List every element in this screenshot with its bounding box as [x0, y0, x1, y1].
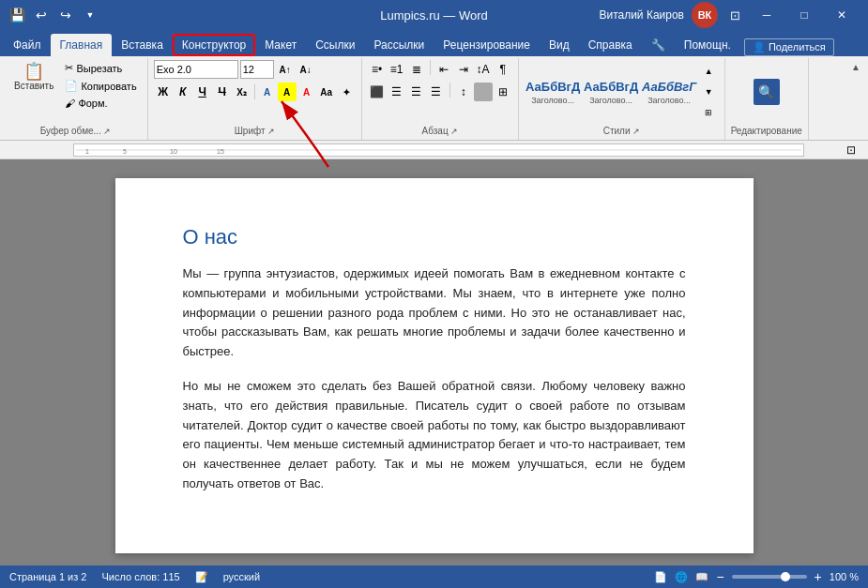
window-controls: ─ □ ✕	[748, 0, 860, 30]
highlight-button[interactable]: A	[278, 83, 297, 101]
tab-review[interactable]: Рецензирование	[434, 34, 540, 56]
styles-expand[interactable]: ⊞	[699, 103, 718, 122]
editing-label: Редактирование	[731, 124, 802, 138]
strikethrough-button[interactable]: Ч	[213, 83, 232, 101]
ruler-toggle-button[interactable]: ⊡	[842, 143, 860, 157]
paste-icon: 📋	[23, 63, 44, 80]
close-button[interactable]: ✕	[823, 0, 860, 30]
spell-check-icon[interactable]: 📝	[195, 571, 208, 583]
ribbon-collapse-button[interactable]: ▲	[847, 58, 864, 75]
tab-file[interactable]: Файл	[4, 34, 51, 56]
bold-button[interactable]: Ж	[154, 83, 173, 101]
styles-scroll-down[interactable]: ▼	[699, 83, 718, 101]
tab-help[interactable]: Справка	[579, 34, 642, 56]
username-label: Виталий Каиров	[599, 8, 684, 22]
bullets-button[interactable]: ≡•	[368, 60, 387, 79]
numbered-button[interactable]: ≡1	[388, 60, 406, 79]
tab-mailings[interactable]: Рассылки	[364, 34, 434, 56]
status-right: 📄 🌐 📖 − + 100 %	[654, 569, 859, 584]
tab-constructor[interactable]: Конструктор	[173, 34, 255, 56]
justify-button[interactable]: ☰	[427, 83, 446, 101]
styles-scroll-up[interactable]: ▲	[699, 62, 718, 81]
font-size-aa-button[interactable]: Aa	[317, 83, 336, 101]
ribbon-group-editing: 🔍 Редактирование	[725, 58, 809, 140]
qa-dropdown-icon[interactable]: ▼	[81, 6, 99, 24]
tab-links[interactable]: Ссылки	[306, 34, 364, 56]
view-web-icon[interactable]: 🌐	[675, 571, 688, 583]
user-avatar[interactable]: ВК	[692, 2, 718, 28]
zoom-level-label: 100 %	[830, 571, 859, 582]
styles-expand-icon[interactable]: ↗	[632, 127, 640, 136]
tab-insert[interactable]: Вставка	[112, 34, 173, 56]
view-print-icon[interactable]: 📄	[654, 571, 667, 583]
paste-button[interactable]: 📋 Вставить	[9, 60, 58, 94]
underline-button[interactable]: Ч	[193, 83, 212, 101]
decrease-indent-button[interactable]: ⇤	[434, 60, 453, 79]
undo-quick-icon[interactable]: ↩	[32, 6, 51, 24]
zoom-thumb[interactable]	[781, 572, 790, 581]
italic-button[interactable]: К	[174, 83, 192, 101]
style-item-heading3[interactable]: АаБбВгГ Заголово...	[641, 65, 697, 119]
zoom-plus-button[interactable]: +	[815, 569, 822, 584]
view-read-icon[interactable]: 📖	[695, 571, 708, 583]
zoom-minus-button[interactable]: −	[716, 569, 723, 584]
font-color-button[interactable]: A	[297, 83, 316, 101]
ribbon-group-styles: АаБбВгД Заголово... АаБбВгД Заголово... …	[519, 58, 725, 140]
font-expand-icon[interactable]: ↗	[267, 127, 275, 136]
ribbon-display-icon[interactable]: ⊡	[725, 6, 744, 24]
search-button[interactable]: 🔍	[754, 79, 780, 105]
tab-assist[interactable]: Помощн.	[675, 34, 740, 56]
clipboard-label: Буфер обме... ↗	[9, 124, 142, 138]
align-right-button[interactable]: ☰	[407, 83, 426, 101]
copy-button[interactable]: 📄 Копировать	[60, 78, 141, 94]
font-grow-button[interactable]: A↑	[276, 60, 295, 79]
shading-button[interactable]	[474, 83, 493, 101]
tab-view[interactable]: Вид	[540, 34, 579, 56]
paragraph-label: Абзац ↗	[368, 124, 512, 138]
para-sep1	[430, 60, 431, 75]
share-button[interactable]: 👤 Поделиться	[744, 38, 834, 56]
font-size-select[interactable]	[240, 60, 274, 79]
document-page: О нас Мы — группа энтузиастов, одержимых…	[115, 178, 754, 553]
title-bar: 💾 ↩ ↪ ▼ Lumpics.ru — Word Виталий Каиров…	[0, 0, 868, 30]
clipboard-expand-icon[interactable]: ↗	[103, 127, 111, 136]
style-item-heading1[interactable]: АаБбВгД Заголово...	[525, 65, 581, 119]
font-content: A↑ A↓ Ж К Ч Ч Х₂ A A A Aa ✦	[154, 60, 356, 124]
line-spacing-button[interactable]: ↕	[454, 83, 473, 101]
ruler-marks: 1 5 10 15	[76, 143, 801, 157]
tab-tools-icon[interactable]: 🔧	[642, 34, 675, 56]
editing-content: 🔍	[754, 60, 780, 124]
show-marks-button[interactable]: ¶	[494, 60, 512, 79]
paragraph-expand-icon[interactable]: ↗	[450, 127, 458, 136]
save-quick-icon[interactable]: 💾	[8, 6, 26, 24]
svg-text:5: 5	[123, 148, 127, 155]
redo-quick-icon[interactable]: ↪	[56, 6, 75, 24]
text-effects-button[interactable]: A	[258, 83, 277, 101]
tab-home[interactable]: Главная	[51, 34, 113, 56]
styles-content: АаБбВгД Заголово... АаБбВгД Заголово... …	[525, 60, 718, 124]
para-row-2: ⬛ ☰ ☰ ☰ ↕ ⊞	[368, 83, 512, 101]
tab-layout[interactable]: Макет	[255, 34, 306, 56]
subscript-button[interactable]: Х₂	[233, 83, 251, 101]
minimize-button[interactable]: ─	[748, 0, 785, 30]
maximize-button[interactable]: □	[785, 0, 823, 30]
multilevel-button[interactable]: ≣	[407, 60, 426, 79]
cut-button[interactable]: ✂ Вырезать	[60, 60, 141, 76]
styles-scroll: ▲ ▼ ⊞	[699, 62, 718, 122]
border-button[interactable]: ⊞	[494, 83, 512, 101]
format-paint-button[interactable]: 🖌 Форм.	[60, 96, 141, 111]
font-shrink-button[interactable]: A↓	[297, 60, 315, 79]
para-sep2	[449, 83, 450, 98]
align-left-button[interactable]: ⬛	[368, 83, 387, 101]
sort-button[interactable]: ↕A	[474, 60, 493, 79]
title-bar-right: Виталий Каиров ВК ⊡ ─ □ ✕	[599, 0, 860, 30]
zoom-slider[interactable]	[732, 575, 807, 579]
align-center-button[interactable]: ☰	[388, 83, 406, 101]
style-item-heading2[interactable]: АаБбВгД Заголово...	[583, 65, 639, 119]
document-title: О нас	[183, 225, 686, 249]
increase-indent-button[interactable]: ⇥	[454, 60, 473, 79]
language-label: русский	[223, 571, 260, 582]
font-name-select[interactable]	[154, 60, 238, 79]
font-row-1: A↑ A↓	[154, 60, 315, 79]
clear-format-button[interactable]: ✦	[337, 83, 356, 101]
